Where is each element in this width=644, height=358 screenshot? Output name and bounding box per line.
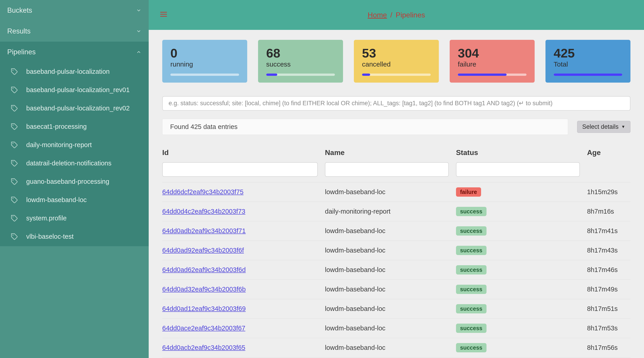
sidebar-item[interactable]: baseband-pulsar-localization [0,62,149,81]
th-status: Status [456,148,587,157]
filter-name-input[interactable] [325,162,449,177]
cell-id: 64dd0adb2eaf9c34b2003f71 [162,227,325,235]
cell-name: lowdm-baseband-loc [325,188,456,196]
status-badge: success [456,304,486,313]
filter-status-input[interactable] [456,162,580,177]
cell-age: 8h17m51s [587,305,630,312]
sidebar-section-buckets[interactable]: Buckets [0,0,149,21]
cell-status: success [456,246,587,255]
card-success[interactable]: 68 success [258,40,343,83]
card-value: 425 [554,47,622,60]
card-value: 68 [266,47,335,60]
card-value: 53 [362,47,431,60]
cell-name: lowdm-baseband-loc [325,266,456,274]
cell-age: 8h17m56s [587,344,630,351]
sidebar-item[interactable]: daily-monitoring-report [0,136,149,154]
status-badge: success [456,285,486,294]
card-value: 304 [458,47,526,60]
sidebar-item[interactable]: system.profile [0,209,149,227]
cell-name: lowdm-baseband-loc [325,305,456,312]
sidebar-item-label: lowdm-baseband-loc [26,196,87,204]
row-id-link[interactable]: 64dd0ace2eaf9c34b2003f67 [162,324,246,332]
row-id-link[interactable]: 64dd0ad62eaf9c34b2003f6d [162,266,246,273]
status-badge: success [456,207,486,216]
select-details-label: Select details [582,123,619,130]
table-row: 64dd6dcf2eaf9c34b2003f75lowdm-baseband-l… [162,182,630,202]
row-id-link[interactable]: 64dd0d4c2eaf9c34b2003f73 [162,208,246,215]
table-body: 64dd6dcf2eaf9c34b2003f75lowdm-baseband-l… [162,182,630,358]
svg-point-3 [12,125,13,126]
cell-status: success [456,226,587,236]
card-label: cancelled [362,60,431,68]
chevron-down-icon [136,29,142,34]
card-progress [458,74,526,76]
status-badge: success [456,246,486,255]
cell-age: 8h17m49s [587,286,630,293]
card-progress [554,74,622,76]
sidebar-item-label: baseband-pulsar-localization [26,68,110,75]
card-label: running [170,60,239,68]
cell-status: failure [456,187,587,197]
sidebar-item[interactable]: basecat1-processing [0,117,149,136]
sidebar-item[interactable]: datatrail-deletion-notifications [0,154,149,172]
card-cancelled[interactable]: 53 cancelled [354,40,439,83]
menu-icon[interactable] [160,10,168,20]
filter-id-input[interactable] [162,162,318,177]
cell-status: success [456,285,587,294]
sidebar-section-pipelines[interactable]: Pipelines [0,42,149,62]
row-id-link[interactable]: 64dd0adb2eaf9c34b2003f71 [162,227,246,234]
th-id: Id [162,148,325,157]
sidebar-item-label: system.profile [26,215,67,222]
cell-status: success [456,324,587,333]
row-id-link[interactable]: 64dd0ad12eaf9c34b2003f69 [162,305,246,312]
table-row: 64dd0adb2eaf9c34b2003f71lowdm-baseband-l… [162,221,630,241]
cell-id: 64dd0ad62eaf9c34b2003f6d [162,266,325,274]
status-badge: failure [456,187,481,197]
cell-name: lowdm-baseband-loc [325,324,456,332]
table-row: 64dd0ad62eaf9c34b2003f6dlowdm-baseband-l… [162,260,630,279]
table-filters [162,162,630,182]
entries-count: Found 425 data entries [162,119,568,135]
sidebar-item-label: basecat1-processing [26,123,87,130]
cell-id: 64dd0acb2eaf9c34b2003f65 [162,344,325,351]
sidebar-item[interactable]: guano-baseband-processing [0,172,149,191]
row-id-link[interactable]: 64dd6dcf2eaf9c34b2003f75 [162,188,244,196]
card-running[interactable]: 0 running [162,40,247,83]
status-badge: success [456,324,486,333]
card-progress [170,74,239,76]
breadcrumb-home[interactable]: Home [368,11,387,19]
svg-point-1 [12,88,13,89]
sidebar-item[interactable]: baseband-pulsar-localization_rev01 [0,81,149,99]
breadcrumb: Home / Pipelines [368,11,425,19]
svg-point-4 [12,143,13,144]
sidebar-item[interactable]: baseband-pulsar-localization_rev02 [0,99,149,117]
card-failure[interactable]: 304 failure [450,40,535,83]
row-id-link[interactable]: 64dd0acb2eaf9c34b2003f65 [162,344,246,351]
sidebar-item-label: daily-monitoring-report [26,141,92,149]
card-progress [266,74,335,76]
cell-status: success [456,265,587,274]
sidebar-section-results[interactable]: Results [0,21,149,42]
search-input[interactable] [162,96,630,111]
card-progress [362,74,431,76]
cell-age: 1h15m29s [587,188,630,196]
row-id-link[interactable]: 64dd0ad32eaf9c34b2003f6b [162,286,246,293]
svg-point-2 [12,106,13,107]
select-details-button[interactable]: Select details ▼ [577,121,630,133]
cell-status: success [456,207,587,216]
sidebar-item[interactable]: lowdm-baseband-loc [0,191,149,209]
card-total[interactable]: 425 Total [546,40,630,83]
status-badge: success [456,343,486,352]
sidebar-section-label: Results [7,27,30,35]
sidebar-item-label: baseband-pulsar-localization_rev02 [26,105,130,112]
stat-cards: 0 running 68 success 53 cancelled 304 fa… [162,40,630,83]
table: Id Name Status Age 64dd6dcf2eaf9c34b2003… [162,148,630,358]
table-row: 64dd0d4c2eaf9c34b2003f73daily-monitoring… [162,202,630,221]
main: Home / Pipelines 0 running 68 success 53… [149,0,644,358]
svg-point-6 [12,180,13,181]
card-label: success [266,60,335,68]
row-id-link[interactable]: 64dd0ad92eaf9c34b2003f6f [162,247,244,254]
sidebar-item[interactable]: vlbi-baseloc-test [0,227,149,246]
sidebar-item-label: baseband-pulsar-localization_rev01 [26,86,130,94]
breadcrumb-current: Pipelines [396,11,425,19]
